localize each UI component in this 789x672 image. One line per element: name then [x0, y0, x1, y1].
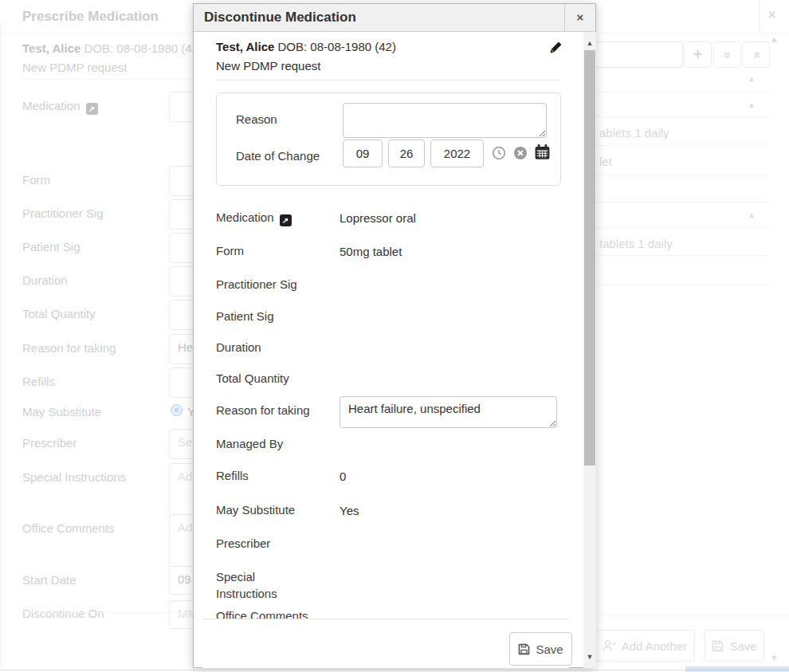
scroll-up-icon[interactable]: ▲	[770, 35, 779, 43]
medication-list-item[interactable]: ablets 1 daily	[599, 126, 669, 140]
page-title: Prescribe Medication	[22, 9, 159, 25]
may-substitute-yes-radio[interactable]	[171, 404, 183, 416]
collapse-all-button[interactable]: »	[742, 41, 770, 68]
edit-pencil-icon[interactable]	[549, 41, 563, 54]
discontinue-details-box: Reason Date of Change 09 26 2022	[216, 92, 561, 186]
field-label-prescriber: Prescriber	[216, 536, 270, 550]
dialog-scrollbar[interactable]: ▲ ▼	[583, 32, 596, 668]
expand-all-button[interactable]: »	[713, 41, 741, 68]
patient-summary: Test, Alice DOB: 08-08-1980 (42)	[216, 40, 396, 53]
reason-textarea[interactable]	[343, 103, 547, 138]
field-label-reason-for-taking: Reason for taking	[216, 403, 310, 417]
scrollbar-thumb[interactable]	[584, 50, 595, 466]
field-label-refills: Refills	[22, 375, 55, 388]
field-label-practitioner-sig: Practitioner Sig	[22, 206, 104, 220]
window-left-border	[0, 22, 1, 666]
discontinue-medication-dialog: Discontinue Medication × Test, Alice DOB…	[193, 3, 596, 668]
field-label-special-instructions: Special Instructions	[22, 470, 126, 484]
field-label-prescriber: Prescriber	[22, 436, 77, 450]
field-value-may-substitute: Yes	[340, 504, 359, 517]
field-label-start-date: Start Date	[22, 573, 77, 587]
divider	[28, 612, 193, 613]
reason-label: Reason	[236, 112, 277, 126]
divider	[596, 615, 789, 616]
field-label-reason-for-taking: Reason for taking	[22, 341, 116, 355]
external-link-icon[interactable]: ↗	[86, 103, 98, 115]
field-label-office-comments: Office Comments	[22, 521, 115, 535]
field-value-refills: 0	[340, 470, 346, 483]
field-label-refills: Refills	[216, 469, 249, 482]
medication-list-item[interactable]: let	[599, 155, 612, 168]
field-value-form: 50mg tablet	[340, 245, 402, 258]
collapse-section-icon[interactable]: ▲	[748, 211, 756, 219]
field-label-discontinue-on: Discontinue On	[22, 607, 104, 620]
field-label-patient-sig: Patient Sig	[22, 240, 80, 253]
field-label-may-substitute: May Substitute	[22, 405, 101, 419]
window-bottom-border	[0, 670, 789, 670]
close-icon[interactable]: ×	[768, 8, 775, 22]
patient-request: New PDMP request	[22, 61, 127, 74]
save-button[interactable]: Save	[509, 632, 572, 666]
collapse-section-icon[interactable]: ▲	[748, 75, 756, 83]
dialog-title: Discontinue Medication	[204, 10, 356, 26]
medication-list-item[interactable]: tablets 1 daily	[599, 237, 673, 250]
divider	[596, 255, 770, 256]
date-year-input[interactable]: 2022	[430, 140, 484, 167]
divider	[596, 202, 770, 202]
patient-request: New PDMP request	[216, 59, 320, 73]
date-month-input[interactable]: 09	[343, 140, 383, 167]
save-button-background[interactable]: Save	[705, 630, 764, 662]
collapse-section-icon[interactable]: ▲	[748, 101, 756, 109]
field-label-total-quantity: Total Quantity	[216, 371, 289, 385]
field-label-may-substitute: May Substitute	[216, 503, 295, 517]
divider	[596, 116, 770, 117]
patient-name: Test, Alice	[216, 40, 274, 53]
time-icon[interactable]	[492, 146, 506, 160]
field-label-special-instructions: Special Instructions	[216, 568, 288, 602]
divider	[596, 227, 770, 228]
field-label-patient-sig: Patient Sig	[216, 309, 274, 323]
divider	[596, 145, 770, 146]
dialog-titlebar: Discontinue Medication ×	[194, 4, 595, 32]
date-of-change-label: Date of Change	[236, 149, 320, 163]
patient-summary: Test, Alice DOB: 08-08-1980 (42)	[22, 41, 202, 55]
field-value-medication: Lopressor oral	[340, 211, 416, 225]
external-link-icon[interactable]: ↗	[280, 214, 292, 226]
divider	[216, 80, 561, 81]
add-medication-button[interactable]: +	[684, 41, 712, 68]
date-day-input[interactable]: 26	[388, 140, 425, 167]
add-another-button[interactable]: Add Another	[595, 630, 695, 662]
divider	[596, 285, 770, 285]
field-label-practitioner-sig: Practitioner Sig	[216, 277, 297, 291]
field-label-form: Form	[216, 244, 244, 257]
field-label-duration: Duration	[216, 340, 261, 354]
scroll-down-icon[interactable]: ▼	[583, 653, 596, 661]
dialog-footer: Save	[202, 619, 569, 668]
patient-dob: DOB: 08-08-1980 (42)	[278, 40, 396, 53]
field-label-medication: Medication↗	[216, 210, 292, 226]
save-icon	[518, 643, 530, 655]
dialog-close-button[interactable]: ×	[564, 4, 595, 31]
patient-dob: DOB: 08-08-1980 (42)	[84, 41, 202, 55]
watermark	[685, 666, 789, 672]
patient-name: Test, Alice	[22, 41, 80, 55]
clear-date-icon[interactable]	[513, 146, 528, 160]
save-icon	[712, 640, 724, 652]
field-label-total-quantity: Total Quantity	[22, 307, 96, 320]
app-root: Prescribe Medication × Test, Alice DOB: …	[0, 0, 789, 672]
scroll-down-icon[interactable]: ▼	[770, 654, 779, 662]
divider	[759, 0, 760, 33]
field-label-duration: Duration	[22, 273, 68, 287]
field-label-managed-by: Managed By	[216, 437, 283, 450]
divider	[596, 92, 770, 92]
person-plus-icon	[603, 639, 616, 653]
calendar-icon[interactable]	[534, 143, 551, 160]
reason-for-taking-textarea[interactable]: Heart failure, unspecified	[340, 396, 557, 428]
field-label-medication: Medication↗	[22, 99, 98, 115]
divider	[596, 175, 770, 176]
field-label-form: Form	[22, 173, 50, 187]
scroll-up-icon[interactable]: ▲	[583, 39, 596, 47]
